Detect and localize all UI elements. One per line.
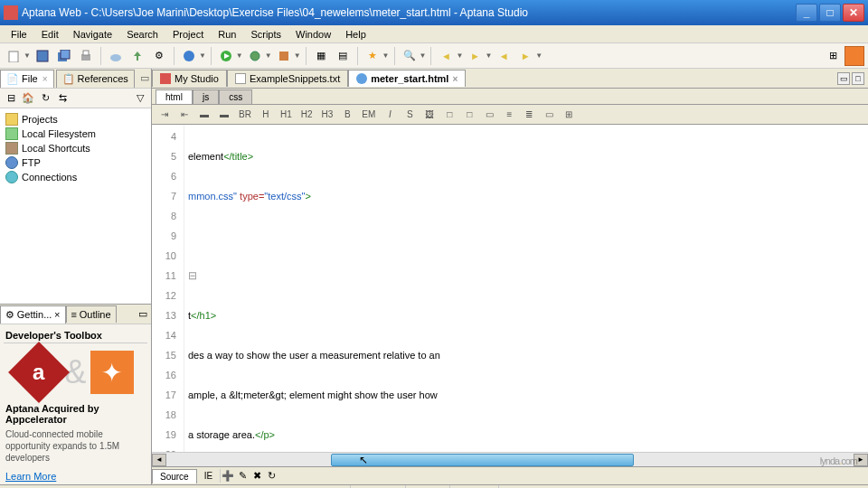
toggle2-button[interactable]: ▤	[333, 46, 353, 66]
toggle1-button[interactable]: ▦	[311, 46, 331, 66]
menu-project[interactable]: Project	[165, 27, 211, 42]
getting-started-tab[interactable]: ⚙ Gettin... ×	[0, 305, 66, 324]
menu-help[interactable]: Help	[338, 27, 373, 42]
tool1-button[interactable]: ⚙	[149, 46, 169, 66]
ie-preview-tab[interactable]: IE	[197, 469, 221, 483]
new-button[interactable]	[4, 46, 24, 66]
bold-button[interactable]: B	[338, 107, 356, 123]
maximize-button[interactable]: □	[819, 4, 841, 22]
horizontal-scrollbar[interactable]: ◄ ↖ ►	[152, 452, 868, 466]
main-toolbar: ▼ ⚙ ▼ ▼ ▼ ▼ ▦ ▤ ★ ▼ 🔍 ▼ ◄ ▼ ► ▼ ◄ ► ▼ ⊞	[0, 43, 868, 69]
toolbox-logo: a & ✦	[4, 343, 147, 401]
h2-button[interactable]: H2	[297, 107, 316, 123]
star-button[interactable]: ★	[363, 46, 382, 66]
aptana-logo-icon: a	[9, 342, 71, 403]
tree-ftp[interactable]: FTP	[4, 155, 147, 170]
preview-tool1-icon[interactable]: ✎	[235, 469, 250, 483]
preview-tool2-icon[interactable]: ✖	[250, 469, 264, 483]
menu-file[interactable]: File	[4, 27, 34, 42]
save-all-button[interactable]	[54, 46, 74, 66]
editor-minimize-button[interactable]: ▭	[837, 72, 850, 85]
menu-scripts[interactable]: Scripts	[243, 27, 288, 42]
box4-button[interactable]: ▭	[540, 107, 558, 123]
table-button[interactable]: ⊞	[560, 107, 578, 123]
close-button[interactable]: ✕	[843, 4, 864, 22]
nav-back2-button[interactable]: ◄	[494, 46, 514, 66]
left-panel: 📄File× 📋References ▭ ⊟ 🏠 ↻ ⇆ ▽ Projects …	[0, 69, 152, 484]
box2-button[interactable]: □	[460, 107, 478, 123]
img-button[interactable]: 🖼	[420, 107, 439, 123]
upload-button[interactable]	[127, 46, 147, 66]
refresh-icon[interactable]: ↻	[38, 91, 52, 106]
code-editor[interactable]: 4 5 6 7 8 9 10 11 12 13 14 15 16 17 18 1…	[152, 125, 868, 452]
save-button[interactable]	[33, 46, 52, 66]
print-button[interactable]	[76, 46, 96, 66]
em-button[interactable]: EM	[358, 107, 379, 123]
list2-button[interactable]: ≣	[520, 107, 538, 123]
perspective-aptana-button[interactable]	[844, 46, 864, 66]
minimize-button[interactable]: _	[796, 4, 817, 22]
minimize-panel-button[interactable]: ▭	[137, 72, 153, 84]
perspective-button[interactable]: ⊞	[823, 46, 843, 66]
tree-local-shortcuts[interactable]: Local Shortcuts	[4, 141, 147, 155]
block1-button[interactable]: ▬	[195, 107, 213, 123]
strike-button[interactable]: S	[401, 107, 419, 123]
source-view-tab[interactable]: Source	[152, 469, 197, 483]
block2-button[interactable]: ▬	[215, 107, 233, 123]
code-lines[interactable]: element</title> mmon.css" type="text/css…	[184, 125, 868, 452]
nav-fwd2-button[interactable]: ►	[515, 46, 535, 66]
preview-refresh-icon[interactable]: ↻	[264, 469, 278, 483]
nav-back-button[interactable]: ◄	[436, 46, 456, 66]
outdent-button[interactable]: ⇤	[175, 107, 193, 123]
toolbox-body: Cloud-connected mobile opportunity expan…	[4, 427, 147, 465]
h1-button[interactable]: H1	[277, 107, 296, 123]
subtab-css[interactable]: css	[219, 89, 252, 104]
editor-tab-mystudio[interactable]: My Studio	[152, 70, 227, 87]
svg-rect-1	[37, 51, 48, 61]
editor-maximize-button[interactable]: □	[852, 72, 864, 85]
outline-tab[interactable]: ≡ Outline	[66, 305, 117, 323]
scroll-right-button[interactable]: ►	[854, 454, 868, 466]
box3-button[interactable]: ▭	[480, 107, 498, 123]
file-tab[interactable]: 📄File×	[0, 70, 54, 88]
cloud-button[interactable]	[106, 46, 126, 66]
subtab-html[interactable]: html	[156, 89, 193, 104]
menu-window[interactable]: Window	[288, 27, 338, 42]
menu-navigate[interactable]: Navigate	[66, 27, 119, 42]
svg-rect-5	[83, 51, 89, 55]
indent-button[interactable]: ⇥	[156, 107, 174, 123]
collapse-all-icon[interactable]: ⊟	[4, 91, 18, 106]
subtab-js[interactable]: js	[193, 89, 219, 104]
tree-projects[interactable]: Projects	[4, 112, 147, 127]
br-button[interactable]: BR	[235, 107, 255, 123]
editor-tab-snippets[interactable]: ExampleSnippets.txt	[227, 70, 348, 87]
profile-button[interactable]	[274, 46, 294, 66]
h-button[interactable]: H	[257, 107, 275, 123]
search-button[interactable]: 🔍	[400, 46, 420, 66]
scroll-left-button[interactable]: ◄	[152, 454, 166, 466]
menu-edit[interactable]: Edit	[34, 27, 66, 42]
editor-tab-meter[interactable]: meter_start.html×	[348, 70, 466, 87]
references-tab[interactable]: 📋References	[56, 70, 135, 88]
menu-run[interactable]: Run	[211, 27, 243, 42]
run-button[interactable]	[216, 46, 236, 66]
tree-local-filesystem[interactable]: Local Filesystem	[4, 127, 147, 141]
scroll-thumb[interactable]	[331, 454, 633, 466]
home-icon[interactable]: 🏠	[21, 91, 35, 106]
menu-search[interactable]: Search	[119, 27, 165, 42]
view-menu-icon[interactable]: ▽	[133, 91, 147, 106]
appcelerator-logo-icon: ✦	[90, 351, 134, 394]
list1-button[interactable]: ≡	[500, 107, 518, 123]
tree-connections[interactable]: Connections	[4, 170, 147, 184]
box1-button[interactable]: □	[440, 107, 458, 123]
globe-button[interactable]	[179, 46, 199, 66]
debug-button[interactable]	[245, 46, 265, 66]
h3-button[interactable]: H3	[318, 107, 337, 123]
app-icon	[4, 5, 18, 20]
italic-button[interactable]: I	[381, 107, 399, 123]
minimize-bottom-panel-button[interactable]: ▭	[135, 308, 151, 320]
link-icon[interactable]: ⇆	[55, 91, 70, 106]
preview-add-icon[interactable]: ➕	[221, 469, 235, 483]
nav-fwd-button[interactable]: ►	[465, 46, 485, 66]
learn-more-link[interactable]: Learn More	[4, 469, 58, 483]
